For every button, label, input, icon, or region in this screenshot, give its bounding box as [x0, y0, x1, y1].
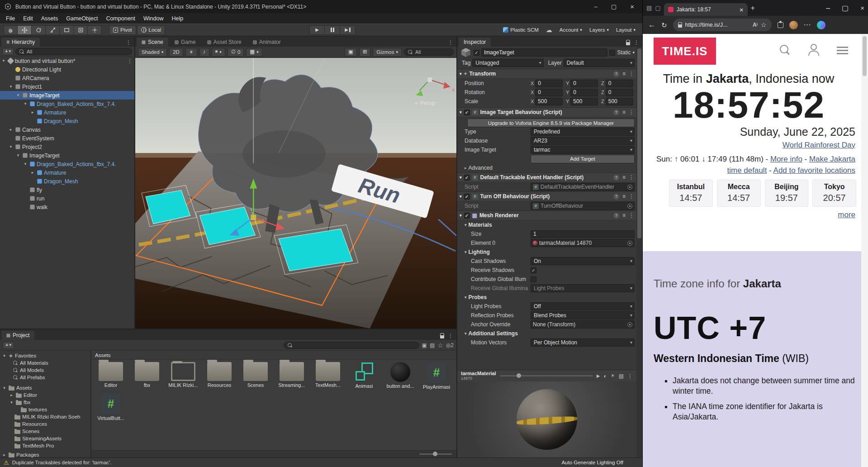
hierarchy-item-prefab[interactable]: Dragon_Baked_Actions_fbx_7.4.	[0, 160, 134, 168]
motion-vectors-dropdown[interactable]: Per Object Motion	[531, 338, 635, 347]
script-object-field[interactable]: DefaultTrackableEventHandler	[531, 183, 635, 191]
tree-folder[interactable]: Resources	[0, 420, 90, 428]
holiday-link[interactable]: World Rainforest Day	[783, 141, 855, 149]
url-text[interactable]: https://time.is/J...	[685, 22, 749, 28]
component-enabled-checkbox[interactable]	[464, 110, 470, 115]
hierarchy-item-prefab[interactable]: Dragon_Baked_Actions_fbx_7.4.	[0, 100, 134, 108]
menu-help[interactable]: Help	[167, 14, 187, 23]
lock-icon[interactable]	[440, 335, 444, 338]
reflection-probes-dropdown[interactable]: Blend Probes	[531, 311, 635, 319]
tab-game[interactable]: Game	[170, 38, 201, 47]
hidden-objects-toggle[interactable]: 0	[228, 48, 244, 57]
hierarchy-item-prefab[interactable]: Armature	[0, 108, 134, 117]
kebab-menu-icon[interactable]	[127, 58, 133, 64]
tree-folder[interactable]: StreamingAssets	[0, 435, 90, 442]
add-target-button[interactable]: Add Target	[531, 155, 635, 163]
tree-folder[interactable]: Editor	[0, 391, 90, 399]
component-enabled-checkbox[interactable]	[464, 213, 470, 219]
pivot-toggle[interactable]: Pivot	[109, 25, 136, 35]
shading-mode-dropdown[interactable]: Shaded	[138, 48, 167, 57]
tab-hierarchy[interactable]: ≡Hierarchy	[1, 38, 40, 47]
favorite-star-icon[interactable]	[761, 22, 767, 28]
close-button[interactable]	[630, 3, 634, 10]
settings-menu-icon[interactable]	[804, 21, 811, 29]
presets-icon[interactable]	[622, 71, 626, 77]
object-picker-icon[interactable]	[627, 322, 632, 327]
help-icon[interactable]	[613, 110, 619, 115]
tab-animator[interactable]: Animator	[248, 38, 286, 47]
scrollbar-thumb[interactable]	[863, 36, 867, 76]
asset-item-folder[interactable]: Streaming...	[274, 362, 309, 390]
materials-size-field[interactable]: 1	[531, 230, 635, 238]
preview-light-icon[interactable]	[611, 373, 615, 378]
kebab-menu-icon[interactable]	[634, 40, 639, 45]
materials-foldout[interactable]: Materials	[457, 220, 636, 229]
asset-item-folder[interactable]: MILIK RIzki...	[166, 362, 201, 390]
anchor-override-field[interactable]: None (Transform)	[531, 320, 635, 329]
help-icon[interactable]	[613, 175, 619, 181]
more-cities-link[interactable]: more	[838, 210, 855, 219]
plastic-scm-button[interactable]: Plastic SCM	[500, 26, 542, 33]
element0-object-field[interactable]: tarmacMaterial 14870	[531, 239, 635, 247]
account-icon[interactable]	[808, 44, 820, 56]
hand-tool-button[interactable]	[4, 25, 18, 35]
object-picker-icon[interactable]	[627, 185, 632, 190]
tree-all-prefabs[interactable]: All Prefabs	[0, 374, 90, 381]
hierarchy-item-prefab[interactable]: Armature	[0, 168, 134, 177]
tag-dropdown[interactable]: Untagged	[472, 59, 543, 67]
auto-generate-lighting-button[interactable]: Auto Generate Lighting Off	[561, 460, 623, 465]
additional-settings-foldout[interactable]: Additional Settings	[457, 329, 636, 338]
receive-gi-dropdown[interactable]: Light Probes	[531, 284, 635, 292]
scale-z-field[interactable]: 500	[606, 98, 633, 105]
kebab-menu-icon[interactable]	[629, 175, 634, 181]
scrollbar-thumb[interactable]	[637, 48, 641, 238]
tree-favorites[interactable]: Favorites	[0, 352, 90, 359]
type-dropdown[interactable]: Predefined	[531, 128, 635, 136]
rotation-x-field[interactable]: 0	[535, 89, 563, 96]
light-probes-dropdown[interactable]: Off	[531, 302, 635, 310]
hierarchy-item[interactable]: ImageTarget	[0, 151, 134, 160]
presets-icon[interactable]	[622, 175, 626, 181]
foldout-icon[interactable]	[460, 195, 462, 199]
help-icon[interactable]	[613, 194, 619, 200]
label-filter-icon[interactable]	[430, 343, 435, 348]
more-info-link[interactable]: More info	[770, 155, 802, 163]
play-button[interactable]	[309, 25, 325, 35]
active-checkbox[interactable]	[474, 50, 479, 56]
upgrade-vuforia-button[interactable]: Upgrade to Vuforia Engine 8.5.9 via Pack…	[467, 119, 635, 127]
static-checkbox[interactable]	[609, 50, 615, 56]
image-target-behaviour-header[interactable]: Image Target Behaviour (Script)	[457, 107, 636, 117]
menu-file[interactable]: File	[2, 14, 19, 23]
custom-tool-button[interactable]	[88, 25, 102, 35]
tree-packages-root[interactable]: Packages	[0, 451, 90, 457]
hidden-packages-count[interactable]: ◎2	[446, 343, 454, 348]
rect-tool-button[interactable]	[60, 25, 74, 35]
presets-icon[interactable]	[622, 110, 626, 115]
hierarchy-item[interactable]: Project2	[0, 143, 134, 151]
2d-toggle[interactable]: 2D	[169, 48, 183, 57]
camera-settings-button[interactable]	[359, 48, 371, 57]
create-asset-button[interactable]	[3, 342, 14, 349]
kebab-menu-icon[interactable]	[629, 110, 634, 115]
scene-viewport[interactable]: Run x	[135, 58, 456, 329]
gizmos-dropdown[interactable]: Gizmos	[373, 48, 402, 57]
presets-icon[interactable]	[622, 213, 626, 219]
search-icon[interactable]	[779, 44, 791, 56]
tab-scene[interactable]: Scene	[137, 38, 168, 47]
probes-foldout[interactable]: Probes	[457, 293, 636, 302]
component-tools-button[interactable]	[345, 48, 357, 57]
hierarchy-item[interactable]: Project1	[0, 82, 134, 91]
position-y-field[interactable]: 0	[570, 80, 598, 87]
asset-item-script[interactable]: #VirtualButt...	[93, 393, 128, 421]
preview-shape-icon[interactable]	[604, 373, 607, 379]
advanced-foldout[interactable]: Advanced	[457, 163, 636, 172]
hierarchy-item-selected[interactable]: ImageTarget	[0, 91, 134, 100]
project-search-input[interactable]	[284, 342, 419, 349]
rotate-tool-button[interactable]	[32, 25, 46, 35]
gameobject-name-input[interactable]	[481, 48, 607, 57]
tree-folder[interactable]: textures	[0, 406, 90, 413]
asset-item-folder[interactable]: fbx	[129, 362, 165, 390]
maximize-button[interactable]	[842, 5, 849, 12]
script-object-field[interactable]: TurnOffBehaviour	[531, 202, 635, 210]
minimize-button[interactable]	[826, 5, 830, 12]
